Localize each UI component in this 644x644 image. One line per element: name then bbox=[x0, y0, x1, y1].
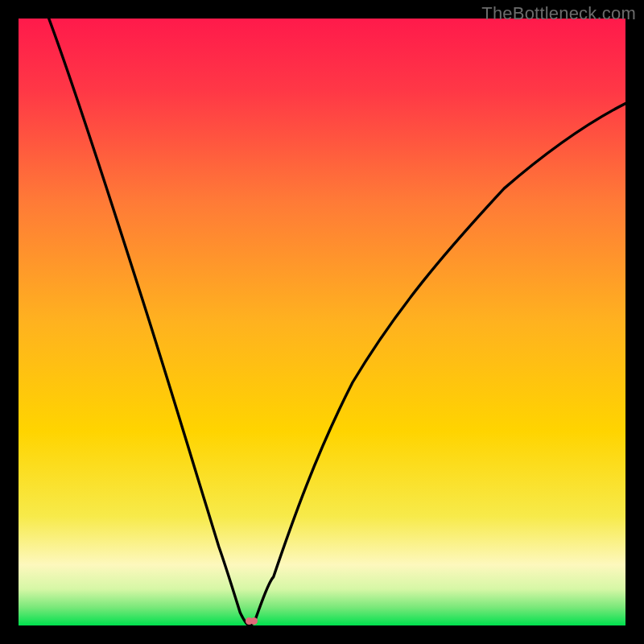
chart-container[interactable] bbox=[0, 0, 644, 644]
watermark-text: TheBottleneck.com bbox=[481, 3, 636, 24]
